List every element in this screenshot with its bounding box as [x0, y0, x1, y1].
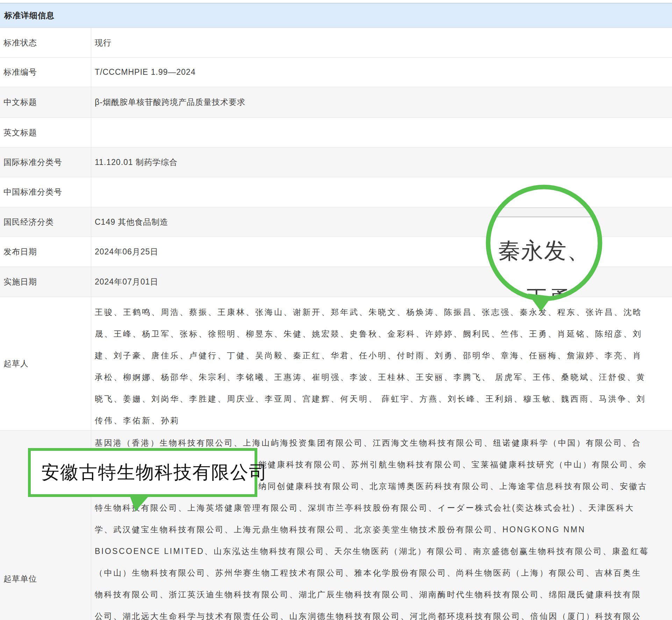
drafters-line: 晓飞、姜姗、刘岗华、李胜建、周庆业、李亚周、宫建辉、何天明、 薛虹宇、方燕、刘长…: [95, 388, 672, 410]
highlight-box-annotation: 安徽古特生物科技有限公司: [28, 448, 257, 497]
units-line: 公司、湖北远大生命科学与技术有限责任公司、山东润德生物科技有限公司、河北尚都环境…: [95, 605, 672, 620]
units-line: （中山）生物科技有限公司、苏州华赛生物工程技术有限公司、雅本化学股份有限公司、尚…: [95, 562, 672, 584]
row-label: 标准状态: [0, 28, 91, 57]
row-value: 11.120.01 制药学综合: [91, 147, 672, 177]
row-label: 标准编号: [0, 58, 91, 87]
row-standard-status: 标准状态 现行: [0, 28, 672, 58]
row-value: [91, 118, 672, 147]
row-ics-number: 国际标准分类号 11.120.01 制药学综合: [0, 147, 672, 177]
row-chinese-title: 中文标题 β-烟酰胺单核苷酸跨境产品质量技术要求: [0, 87, 672, 118]
row-label: 中国标准分类号: [0, 177, 91, 207]
row-label: 国际标准分类号: [0, 147, 91, 177]
magnified-name-text: 秦永发、: [498, 238, 590, 263]
units-line: 特生物科技有限公司、上海英塔健康管理有限公司、深圳市兰亭科技股份有限公司、イーダ…: [95, 497, 672, 519]
units-line: BIOSCOENCE LIMITED、山东泓达生物科技有限公司、天尔生物医药（湖…: [95, 540, 672, 562]
row-value: β-烟酰胺单核苷酸跨境产品质量技术要求: [91, 87, 672, 117]
panel-title: 标准详细信息: [0, 3, 672, 28]
row-label: 中文标题: [0, 87, 91, 117]
drafters-line: 建、刘子豪、唐佳乐、卢健行、丁健、吴尚毅、秦正红、华君、任小明、付时雨、刘勇、邵…: [95, 345, 672, 366]
highlight-box-text: 安徽古特生物科技有限公司: [41, 460, 268, 485]
row-value: 现行: [91, 28, 672, 57]
row-label: 起草人: [0, 297, 91, 430]
row-value: T/CCCMHPIE 1.99—2024: [91, 58, 672, 87]
drafters-line: 承松、柳婀娜、杨邵华、朱宗利、李铭曦、王惠涛、崔明强、李波、王桂林、王安丽、李腾…: [95, 366, 672, 388]
units-line: 学、武汉健宝生物科技有限公司、上海元鼎生物科技有限公司、北京姿美堂生物技术股份有…: [95, 519, 672, 540]
units-line: 物科技有限公司、浙江英沃迪生物科技有限公司、湖北广辰生物科技有限公司、湖南酶时代…: [95, 584, 672, 605]
row-label: 国民经济分类: [0, 207, 91, 237]
drafters-line: 传伟、李佑新、孙莉: [95, 410, 672, 431]
row-label: 英文标题: [0, 118, 91, 147]
magnifier-tail: [528, 294, 552, 311]
row-label: 发布日期: [0, 237, 91, 267]
row-label: 实施日期: [0, 267, 91, 297]
magnifier-circle-annotation: 秦永发、 王勇: [481, 180, 614, 327]
callout-triangle: [127, 497, 148, 511]
row-english-title: 英文标题: [0, 118, 672, 147]
row-standard-number: 标准编号 T/CCCMHPIE 1.99—2024: [0, 58, 672, 87]
